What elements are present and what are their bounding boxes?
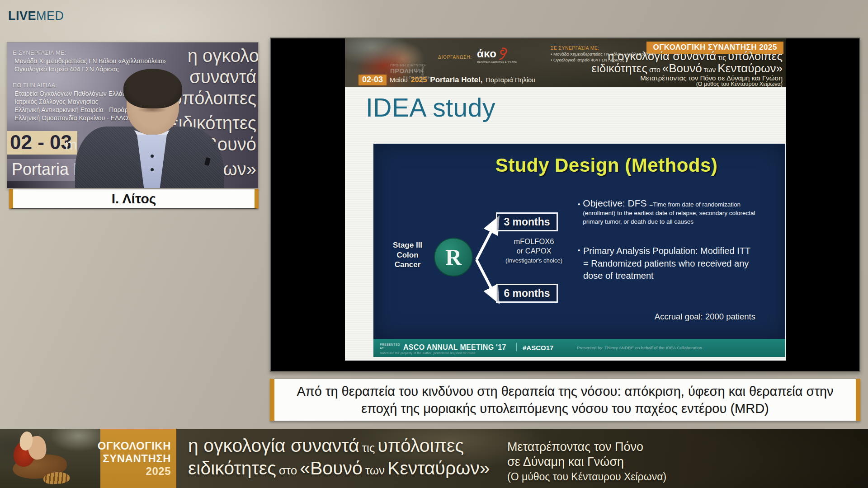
speaker-hair xyxy=(123,69,182,108)
slide-title: IDEA study xyxy=(366,93,495,122)
aegis-line: Ελληνική Ομοσπονδία Καρκίνου - ΕΛΛΟ. xyxy=(14,114,130,122)
banner-subtitle2: (Ο μύθος του Κένταυρου Χείρωνα) xyxy=(696,81,783,87)
regimen-text: mFOLFOX6 or CAPOX (Investigator's choice… xyxy=(494,237,574,265)
divider xyxy=(516,343,517,351)
collab-line: Ογκολογικό Ιατρείο 404 ΓΣΝ Λάρισας xyxy=(14,66,119,73)
lecture-title-caption: Από τη θεραπεία του κινδύνου στη θεραπεί… xyxy=(270,379,860,421)
collab-line: Μονάδα Χημειοθεραπείας ΓΝ Βόλου «Αχιλλοπ… xyxy=(14,57,166,65)
livemed-logo-live: LIVE xyxy=(8,9,36,23)
shirt-button xyxy=(151,155,154,158)
fineprint: Slides are the property of the author, p… xyxy=(380,352,476,355)
banner-organizer-label: ΔΙΟΡΓΑΝΩΣΗ: xyxy=(438,55,472,60)
presented-at-label: PRESENTED AT: xyxy=(380,343,400,350)
backdrop-line: η ογκολογία xyxy=(157,45,259,66)
slide-conference-banner: ΟΓΚΟΛΟΓΙΚΗ ΣΥΝΑΝΤΗΣΗ 2025 ΔΙΟΡΓΑΝΩΣΗ: άκ… xyxy=(345,38,786,87)
banner-wordcloud-word: ΠΡΟΛΗΨΗ xyxy=(390,67,424,75)
livemed-logo-med: MED xyxy=(36,9,64,23)
accrual-goal: Accrual goal: 2000 patients xyxy=(655,312,755,322)
slide-area: ΟΓΚΟΛΟΓΙΚΗ ΣΥΝΑΝΤΗΣΗ 2025 ΔΙΟΡΓΑΝΩΣΗ: άκ… xyxy=(345,38,786,361)
presenter-credit: Presented by: Thierry ANDRE on behalf of… xyxy=(577,345,767,350)
akos-logo-small: άκο ΘΕΡΑΠΕΙΑ ΣΩΜΑΤΟΣ & ΨΥΧΗΣ xyxy=(477,47,517,63)
caption-line1: Από τη θεραπεία του κινδύνου στη θεραπεί… xyxy=(297,383,833,400)
arm-6-months: 6 months xyxy=(496,284,558,303)
footer-event-title: η ογκολογία συναντάτιςυπόλοιπες ειδικότη… xyxy=(188,435,490,480)
objective-bullet: • Objective: DFS =Time from date of rand… xyxy=(578,199,762,225)
centaur-painting xyxy=(0,429,100,488)
randomization-circle: R xyxy=(434,238,473,277)
speaker-name: Ι. Λίτος xyxy=(112,191,156,206)
meeting-name: ASCO ANNUAL MEETING '17 xyxy=(403,343,506,352)
banner-date-strip: 02-03 Μαΐου 2025 Portaria Hotel, Πορταρι… xyxy=(359,75,535,85)
collab-label: Ε ΣΥΝΕΡΓΑΣΙΑ ΜΕ: xyxy=(13,50,66,56)
shirt-button xyxy=(151,168,154,171)
bullet-icon: • xyxy=(578,199,583,225)
speaker-name-bar: Ι. Λίτος xyxy=(9,189,259,209)
banner-wordcloud-word: ΕΚΠΑΙΔΕΥΣΗ xyxy=(403,75,431,80)
arm-3-months: 3 months xyxy=(496,212,558,231)
akos-logo-text: άκο xyxy=(477,47,497,60)
meeting-hashtag: #ASCO17 xyxy=(523,344,553,352)
banner-wordcloud-word: ΦΡΟΝΤΙΔΑ xyxy=(421,59,424,83)
population-bullet: • Primary Analysis Population: Modified … xyxy=(578,245,758,282)
aegis-line: Ελληνική Αντικαρκινική Εταιρεία - Παράρ xyxy=(14,106,128,113)
event-date-month-fragment: m xyxy=(65,136,77,153)
figure-heading: Study Design (Methods) xyxy=(373,155,785,176)
aegis-label: ΠΟ ΤΗΝ ΑΙΓΙΔΑ: xyxy=(13,82,57,89)
livemed-logo: LIVEMED xyxy=(8,9,64,23)
banner-collab-label: ΣΕ ΣΥΝΕΡΓΑΣΙΑ ΜΕ: xyxy=(551,45,599,51)
conference-footer-banner: ΟΓΚΟΛΟΓΙΚΗ ΣΥΝΑΝΤΗΣΗ 2025 η ογκολογία συ… xyxy=(0,429,868,488)
speaker-face-shadow xyxy=(137,107,167,113)
footer-event-subtitle: Μετατρέποντας τον Πόνο σε Δύναμη και Γνώ… xyxy=(507,440,666,484)
akos-swirl-icon xyxy=(497,47,509,60)
aegis-line: Εταιρεία Ογκολόγων Παθολόγων Ελλάδ xyxy=(14,90,126,97)
bullet-icon: • xyxy=(578,245,583,282)
livemed-stream-page: LIVEMED η ογκολογία συναντά τιςυπόλοιπες… xyxy=(0,0,868,488)
caption-line2: εποχή της μοριακής υπολειπόμενης νόσου τ… xyxy=(361,400,769,417)
footer-event-badge: ΟΓΚΟΛΟΓΙΚΗ ΣΥΝΑΝΤΗΣΗ 2025 xyxy=(100,429,176,488)
study-design-figure: Study Design (Methods) Stage III Colon C… xyxy=(373,144,785,339)
speaker-video[interactable]: η ογκολογία συναντά τιςυπόλοιπες ειδικότ… xyxy=(7,42,259,188)
banner-date-badge: 02-03 xyxy=(359,75,387,85)
akos-logo-subtext: ΘΕΡΑΠΕΙΑ ΣΩΜΑΤΟΣ & ΨΥΧΗΣ xyxy=(477,61,517,63)
banner-title-line2: ειδικότητεςστο«ΒουνότωνΚενταύρων» xyxy=(591,61,783,75)
asco-footer-bar: PRESENTED AT: ASCO ANNUAL MEETING '17 #A… xyxy=(373,339,785,357)
aegis-line: Ιατρικός Σύλλογος Μαγνησίας xyxy=(14,98,98,105)
figure-population: Stage III Colon Cancer xyxy=(382,240,434,270)
